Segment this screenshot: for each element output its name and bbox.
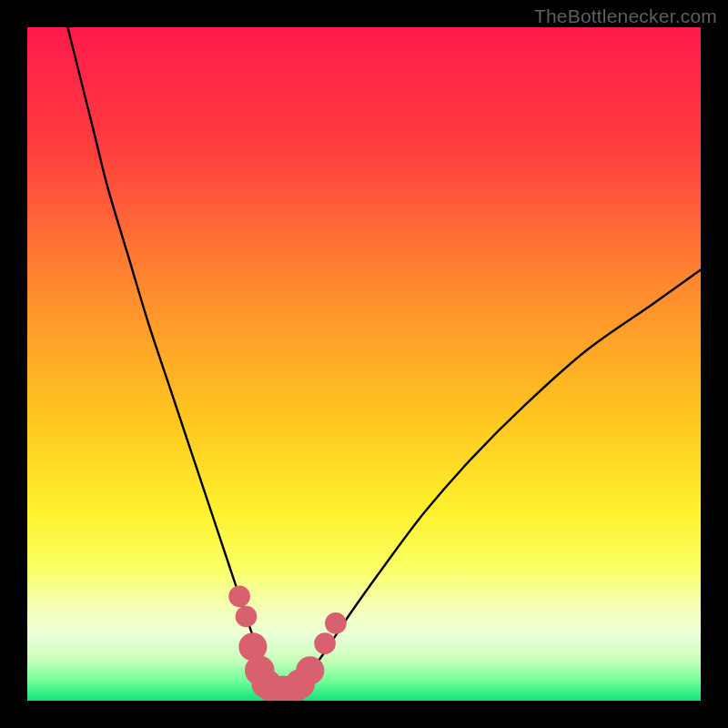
marker-dot xyxy=(325,612,347,634)
marker-dot xyxy=(296,656,324,684)
plot-area xyxy=(27,27,701,701)
highlight-cluster xyxy=(228,585,347,701)
watermark-text: TheBottlenecker.com xyxy=(534,5,717,27)
bottleneck-curve xyxy=(67,27,701,694)
marker-dot xyxy=(228,585,250,607)
curve-layer xyxy=(27,27,701,701)
chart-frame: TheBottlenecker.com xyxy=(0,0,728,728)
marker-dot xyxy=(314,632,336,654)
marker-dot xyxy=(236,606,258,628)
